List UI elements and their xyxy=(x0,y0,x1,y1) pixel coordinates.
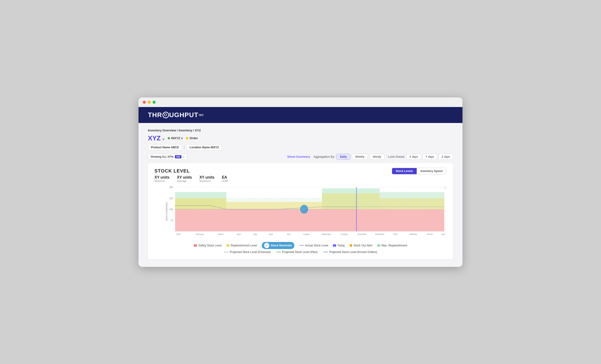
title-suffix: v xyxy=(162,137,164,141)
svg-text:April: April xyxy=(236,233,240,235)
chart-title: STOCK LEVEL xyxy=(154,168,190,174)
look-ahead-group: Look Ahead: X days Y days Z days xyxy=(388,154,453,160)
svg-text:2025: 2025 xyxy=(393,233,398,235)
legend-projected-plan: Projected Stock Level (Plan) xyxy=(276,250,318,254)
agg-daily-button[interactable]: Daily xyxy=(336,154,350,160)
legend-stock-reminder[interactable]: 🛒 Stock Reminder xyxy=(262,242,294,249)
y-axis-label: Stock Level(units) xyxy=(165,202,168,221)
legend-row-2: Projected Stock Level (Forecast) Project… xyxy=(154,250,447,254)
svg-text:November: November xyxy=(357,233,366,235)
svg-text:February: February xyxy=(409,233,417,235)
legend-stock-out: Stock Out Alert xyxy=(350,244,372,247)
stat-average: XY units Average xyxy=(177,175,192,182)
show-summary-button[interactable]: Show Summary xyxy=(287,155,310,158)
toolbar-right: Show Summary Aggregation By: Daily Weekl… xyxy=(287,154,453,160)
legend-actual-color xyxy=(299,245,304,246)
chart-section: STOCK LEVEL Stock Levels Inventory Spend… xyxy=(148,163,453,259)
stock-reminder-icon: 🛒 xyxy=(264,243,269,248)
svg-text:70: 70 xyxy=(170,219,173,222)
svg-text:May: May xyxy=(253,233,257,235)
inventory-spend-button[interactable]: Inventory Spend xyxy=(417,168,446,174)
page-header: XYZ v INXYZ v Order xyxy=(148,135,453,142)
agg-monthly-button[interactable]: Montly xyxy=(369,154,385,160)
logo-inc: INC xyxy=(199,114,204,116)
svg-text:280: 280 xyxy=(169,186,173,189)
chart-area: Stock Level(units) ⌂ 280 210 140 70 xyxy=(166,185,447,239)
svg-rect-17 xyxy=(380,198,444,209)
legend-replenishment-color xyxy=(226,244,230,247)
svg-text:🛒: 🛒 xyxy=(302,207,306,211)
look-y-button[interactable]: Y days xyxy=(422,154,437,160)
home-icon[interactable]: ⌂ xyxy=(444,185,447,190)
minimize-button[interactable] xyxy=(148,101,151,104)
content-area: Inventory Overview / Inventory / XYZ XYZ… xyxy=(139,123,462,267)
logo: THROUGHPUTINC xyxy=(148,111,204,119)
legend-max-replenishment: Max. Replenishment xyxy=(377,244,407,247)
svg-text:September: September xyxy=(321,233,331,235)
svg-text:April: April xyxy=(441,233,445,235)
stat-minimum: XY units Minimum xyxy=(154,175,170,182)
chart-top-row: STOCK LEVEL Stock Levels Inventory Spend xyxy=(154,168,447,174)
agg-weekly-button[interactable]: Weekly xyxy=(352,154,368,160)
maximize-button[interactable] xyxy=(153,101,156,104)
aggregation-group: Aggregation By: Daily Weekly Montly xyxy=(313,154,385,160)
svg-text:140: 140 xyxy=(169,208,173,211)
legend-actual-stock: Actual Stock Level xyxy=(299,244,328,247)
filters-row: Product Name ABCD | Location Name INXYZ xyxy=(148,144,453,150)
legend-projected-orders: Projected Stock Level (Known Orders) xyxy=(323,250,377,254)
svg-text:2024: 2024 xyxy=(176,233,181,235)
legend-orders-color xyxy=(323,252,328,252)
breadcrumb: Inventory Overview / Inventory / XYZ xyxy=(148,129,453,132)
svg-text:August: August xyxy=(303,233,310,235)
titlebar xyxy=(139,97,462,107)
topbar: THROUGHPUTINC xyxy=(139,107,462,123)
chart-svg: 280 210 140 70 xyxy=(166,185,447,239)
svg-rect-9 xyxy=(175,209,444,231)
kpi-badge: 5/5 xyxy=(175,155,181,158)
legend-row-1: Safety Stock Level Replenishment Level 🛒… xyxy=(154,242,447,249)
svg-text:December: December xyxy=(375,233,384,235)
legend-plan-color xyxy=(276,252,281,252)
close-button[interactable] xyxy=(143,101,146,104)
stat-maximum: XY units Maximum xyxy=(199,175,214,182)
green-dot xyxy=(168,137,170,139)
svg-text:October: October xyxy=(341,233,348,235)
page-title: XYZ v xyxy=(148,135,164,142)
yellow-dot xyxy=(186,137,188,139)
legend-max-replenishment-color xyxy=(377,244,380,247)
svg-text:February: February xyxy=(196,233,204,235)
svg-text:June: June xyxy=(269,233,273,235)
logo-icon: O xyxy=(162,112,169,118)
app-window: THROUGHPUTINC Inventory Overview / Inven… xyxy=(139,97,462,267)
stat-uom: EA UOM xyxy=(222,175,228,182)
product-filter[interactable]: Product Name ABCD xyxy=(148,144,182,150)
look-z-button[interactable]: Z days xyxy=(439,154,453,160)
toolbar-left: Showing ALL KPIs 5/5 V xyxy=(148,154,187,160)
legend-forecast-color xyxy=(224,252,229,252)
kpi-selector[interactable]: Showing ALL KPIs 5/5 V xyxy=(148,154,187,160)
legend-today: Today xyxy=(333,244,345,247)
look-x-button[interactable]: X days xyxy=(406,154,421,160)
svg-text:March: March xyxy=(218,233,223,235)
stats-row: XY units Minimum XY units Average XY uni… xyxy=(154,175,447,182)
inxyz-badge: INXYZ v xyxy=(168,136,183,140)
badge-group: INXYZ v Order xyxy=(168,136,198,140)
svg-text:March: March xyxy=(427,233,433,235)
location-filter[interactable]: Location Name INXYZ xyxy=(187,144,222,150)
toolbar-row: Showing ALL KPIs 5/5 V Show Summary Aggr… xyxy=(148,154,453,160)
stock-levels-button[interactable]: Stock Levels xyxy=(392,168,417,174)
view-toggle: Stock Levels Inventory Spend xyxy=(392,168,447,174)
svg-text:210: 210 xyxy=(169,197,173,200)
legend-safety-color xyxy=(194,244,197,247)
legend-projected-forecast: Projected Stock Level (Forecast) xyxy=(224,250,271,254)
legend-today-color xyxy=(333,244,336,247)
svg-text:July: July xyxy=(287,233,291,235)
legend-stockout-color xyxy=(350,244,352,247)
order-badge: Order xyxy=(186,136,198,140)
legend-replenishment: Replenishment Level xyxy=(226,244,257,247)
legend-safety-stock: Safety Stock Level xyxy=(194,244,221,247)
